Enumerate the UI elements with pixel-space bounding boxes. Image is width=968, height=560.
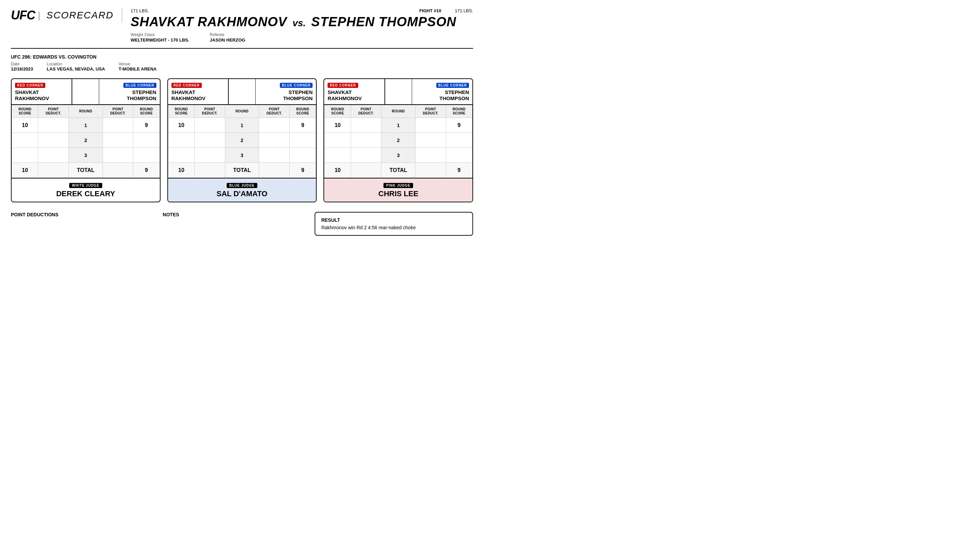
blue-fighter-name: STEPHEN THOMPSON — [311, 15, 456, 29]
round-number-3: 3 — [225, 148, 259, 163]
ufc-logo: UFC — [11, 8, 35, 23]
red-deduct-1 — [38, 118, 68, 133]
blue-deduct-1 — [416, 118, 446, 133]
blue-round-score-3 — [446, 148, 472, 163]
round-number-1: 1 — [68, 118, 103, 133]
fight-names: SHAVKAT RAKHMONOV vs. STEPHEN THOMPSON — [131, 15, 473, 29]
blue-round-score-2 — [133, 133, 160, 148]
event-details: UFC 296: EDWARDS VS. COVINGTON Date 12/1… — [11, 54, 473, 71]
judge-footer: BLUE JUDGE SAL D'AMATO — [168, 178, 316, 202]
venue-value: T-MOBILE ARENA — [119, 66, 156, 71]
scorecard-2: RED CORNER SHAVKATRAKHMONOV BLUE CORNER … — [167, 78, 317, 202]
blue-deduct-2 — [416, 133, 446, 148]
col-blue-score: ROUNDSCORE — [133, 105, 160, 118]
judge-badge: BLUE JUDGE — [227, 183, 257, 188]
date-value: 12/16/2023 — [11, 66, 33, 71]
total-blue-deduct — [416, 163, 446, 178]
ufc-logo-area: UFC | SCORECARD — [11, 8, 123, 23]
score-table: ROUNDSCORE POINTDEDUCT. ROUND POINTDEDUC… — [12, 105, 160, 178]
red-deduct-1 — [195, 118, 225, 133]
table-row: 3 — [325, 148, 472, 163]
blue-round-score-3 — [133, 148, 160, 163]
col-round: ROUND — [381, 105, 416, 118]
venue-label: Venue — [119, 62, 156, 66]
table-header-row: ROUNDSCORE POINTDEDUCT. ROUND POINTDEDUC… — [168, 105, 316, 118]
col-blue-score: ROUNDSCORE — [289, 105, 316, 118]
blue-deduct-1 — [103, 118, 133, 133]
round-number-2: 2 — [381, 133, 416, 148]
blue-deduct-2 — [103, 133, 133, 148]
notes-section: NOTES — [162, 212, 307, 220]
judge-name: SAL D'AMATO — [171, 189, 313, 198]
round-number-2: 2 — [225, 133, 259, 148]
blue-corner-cell: BLUE CORNER STEPHENTHOMPSON — [412, 79, 472, 104]
col-blue-deduct: POINTDEDUCT. — [416, 105, 446, 118]
red-deduct-3 — [351, 148, 381, 163]
blue-round-score-2 — [446, 133, 472, 148]
round-number-1: 1 — [225, 118, 259, 133]
score-table: ROUNDSCORE POINTDEDUCT. ROUND POINTDEDUC… — [324, 105, 472, 178]
red-deduct-2 — [195, 133, 225, 148]
red-deduct-2 — [351, 133, 381, 148]
corner-header: RED CORNER SHAVKATRAKHMONOV BLUE CORNER … — [12, 79, 160, 105]
red-deduct-3 — [195, 148, 225, 163]
col-blue-deduct: POINTDEDUCT. — [103, 105, 133, 118]
fight-info: 171 LBS. FIGHT #10 171 LBS. SHAVKAT RAKH… — [131, 8, 473, 43]
result-text: Rakhmonov win Rd 2 4:56 rear-naked choke — [322, 225, 466, 230]
red-round-score-2 — [325, 133, 351, 148]
blue-corner-cell: BLUE CORNER STEPHENTHOMPSON — [99, 79, 159, 104]
red-round-score-2 — [168, 133, 194, 148]
round-col-spacer — [229, 79, 255, 104]
blue-fighter-name-card: STEPHENTHOMPSON — [416, 89, 469, 101]
blue-corner-badge: BLUE CORNER — [123, 83, 156, 88]
date-label: Date — [11, 62, 33, 66]
blue-corner-cell: BLUE CORNER STEPHENTHOMPSON — [255, 79, 316, 104]
total-red-score: 10 — [168, 163, 194, 178]
table-row: 2 — [325, 133, 472, 148]
vs-label: vs. — [292, 18, 306, 29]
event-name: UFC 296: EDWARDS VS. COVINGTON — [11, 54, 473, 59]
judge-footer: WHITE JUDGE DEREK CLEARY — [12, 178, 160, 202]
col-round: ROUND — [225, 105, 259, 118]
total-blue-score: 9 — [446, 163, 472, 178]
total-label: TOTAL — [225, 163, 259, 178]
point-deductions-section: POINT DEDUCTIONS — [11, 212, 156, 220]
blue-round-score-1: 9 — [289, 118, 316, 133]
event-venue: Venue T-MOBILE ARENA — [119, 62, 156, 71]
page-header: UFC | SCORECARD 171 LBS. FIGHT #10 171 L… — [11, 8, 473, 71]
red-round-score-1: 10 — [12, 118, 38, 133]
col-round: ROUND — [68, 105, 103, 118]
col-blue-deduct: POINTDEDUCT. — [259, 105, 289, 118]
blue-round-score-1: 9 — [446, 118, 472, 133]
table-row: 3 — [12, 148, 160, 163]
blue-round-score-2 — [289, 133, 316, 148]
total-label: TOTAL — [381, 163, 416, 178]
col-red-score: ROUNDSCORE — [168, 105, 194, 118]
col-red-deduct: POINTDEDUCT. — [195, 105, 225, 118]
red-round-score-1: 10 — [168, 118, 194, 133]
referee-value: JASON HERZOG — [210, 38, 245, 43]
judge-badge: PINK JUDGE — [383, 183, 413, 188]
total-row: 10 TOTAL 9 — [325, 163, 472, 178]
round-col-spacer — [72, 79, 99, 104]
judge-name: DEREK CLEARY — [15, 189, 156, 198]
judge-footer: PINK JUDGE CHRIS LEE — [324, 178, 472, 202]
score-table: ROUNDSCORE POINTDEDUCT. ROUND POINTDEDUC… — [168, 105, 316, 178]
location-value: LAS VEGAS, NEVADA, USA — [47, 66, 105, 71]
table-header-row: ROUNDSCORE POINTDEDUCT. ROUND POINTDEDUC… — [12, 105, 160, 118]
result-title: RESULT — [322, 217, 466, 223]
total-red-deduct — [195, 163, 225, 178]
total-row: 10 TOTAL 9 — [168, 163, 316, 178]
col-red-score: ROUNDSCORE — [325, 105, 351, 118]
total-red-score: 10 — [12, 163, 38, 178]
point-deductions-title: POINT DEDUCTIONS — [11, 212, 156, 217]
judge-name: CHRIS LEE — [328, 189, 469, 198]
total-label: TOTAL — [68, 163, 103, 178]
total-red-score: 10 — [325, 163, 351, 178]
table-row: 10 1 9 — [168, 118, 316, 133]
round-number-1: 1 — [381, 118, 416, 133]
fight-referee: Referee JASON HERZOG — [210, 31, 245, 43]
blue-deduct-3 — [416, 148, 446, 163]
bottom-section: POINT DEDUCTIONS NOTES RESULT Rakhmonov … — [11, 212, 473, 236]
table-row: 10 1 9 — [12, 118, 160, 133]
